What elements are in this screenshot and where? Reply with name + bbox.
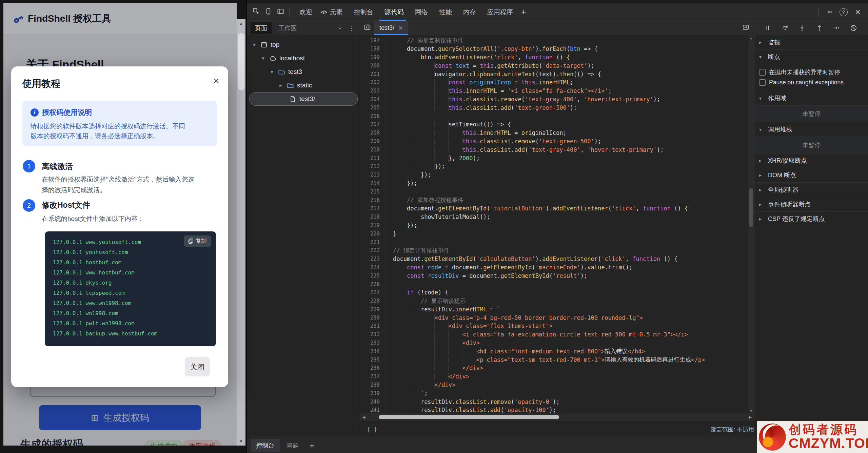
scroll-right-icon[interactable]: ▶ [747, 413, 754, 421]
help-icon[interactable]: ? [837, 6, 850, 18]
kebab-menu-icon[interactable]: ⋮ [348, 24, 355, 32]
scroll-up-icon[interactable]: ▲ [237, 19, 245, 28]
deactivate-breakpoints-button[interactable] [847, 22, 860, 34]
editor-vscroll-thumb[interactable] [749, 188, 753, 227]
tree-item-localhost[interactable]: ▾localhost [247, 52, 360, 65]
section-chevron-icon[interactable]: ▸ [759, 172, 764, 178]
tree-chevron-icon[interactable]: ▾ [260, 55, 266, 61]
editor-horizontal-scrollbar[interactable]: ◀ ▶ [360, 413, 754, 421]
tab-sources[interactable]: 源代码 [377, 3, 408, 21]
step-next-button[interactable] [830, 22, 843, 34]
section-label: 全局侦听器 [768, 186, 798, 194]
code-line: 204 this.classList.remove('text-gray-400… [360, 95, 748, 104]
file-navigator: ▾top▾localhost▾test3▸statictest3/ [247, 35, 360, 438]
close-devtools-icon[interactable]: × [852, 6, 864, 18]
section-chevron-icon[interactable]: ▸ [759, 40, 764, 45]
device-toolbar-button[interactable] [262, 6, 274, 18]
tree-item-test3[interactable]: ▾test3 [247, 65, 360, 79]
drawer-tab-issues[interactable]: 问题 [281, 439, 304, 452]
code-line: 226 [360, 280, 748, 288]
coverage-status: 覆盖范围: 不适用 [711, 426, 754, 433]
editor-vertical-scrollbar[interactable]: ▲ ▼ [748, 35, 754, 413]
devtools-window: 欢迎</>元素控制台源代码网络性能内存应用程序 + ··· ? × 页面 工作区… [246, 0, 868, 453]
section-chevron-icon[interactable]: ▸ [759, 187, 764, 192]
tree-item-top[interactable]: ▾top [247, 38, 360, 52]
tab-console[interactable]: 控制台 [347, 3, 377, 21]
section-xhr-breakpoints[interactable]: ▸XHR/提取断点 [754, 153, 868, 168]
tab-elements[interactable]: </>元素 [316, 3, 347, 21]
watermark-domain: CMZYM.TOP [789, 436, 868, 451]
tab-welcome[interactable]: 欢迎 [292, 3, 316, 21]
line-number: 204 [360, 95, 386, 104]
code-text: // 显示错误提示 [393, 297, 466, 305]
code-line: 222// 绑定计算按钮事件 [360, 246, 748, 255]
step-into-button[interactable] [796, 22, 808, 34]
tree-chevron-icon[interactable]: ▾ [251, 42, 257, 48]
hide-navigator-icon[interactable] [363, 23, 371, 33]
file-tab-test3[interactable]: test3/ × [374, 21, 408, 35]
scroll-down-icon[interactable]: ▼ [748, 408, 754, 413]
code-text: }); [393, 180, 417, 187]
modal-close-button[interactable]: 关闭 [185, 357, 210, 376]
add-panel-button[interactable]: + [517, 3, 530, 21]
tab-network[interactable]: 网络 [408, 3, 432, 21]
tree-item-static[interactable]: ▸static [247, 79, 360, 92]
line-number: 223 [360, 255, 386, 263]
page-scrollbar-thumb[interactable] [238, 33, 244, 90]
modal-close-icon[interactable]: × [213, 75, 219, 86]
tree-item-test3-file[interactable]: test3/ [249, 92, 358, 106]
section-chevron-icon[interactable]: ▾ [759, 127, 764, 132]
checkbox[interactable] [759, 79, 766, 86]
section-csp-violation-breakpoints[interactable]: ▸CSP 违反了规定断点 [754, 212, 868, 226]
navigator-tab-page[interactable]: 页面 [251, 22, 272, 34]
dock-button[interactable] [274, 6, 287, 18]
more-options-icon[interactable]: ··· [823, 6, 835, 18]
page-scrollbar[interactable]: ▲ ▼ [237, 19, 245, 446]
step-over-button[interactable] [779, 22, 791, 34]
scroll-left-icon[interactable]: ◀ [360, 413, 368, 421]
section-scope[interactable]: ▾作用域 [754, 91, 868, 106]
line-number: 210 [360, 145, 386, 154]
file-tab-close-icon[interactable]: × [398, 24, 403, 33]
tree-chevron-icon[interactable]: ▸ [278, 82, 284, 88]
tab-application[interactable]: 应用程序 [480, 3, 517, 21]
code-line: 220} [360, 229, 748, 238]
section-event-listener-breakpoints[interactable]: ▸事件侦听器断点 [754, 197, 868, 212]
pause-button[interactable] [762, 22, 774, 34]
line-number: 209 [360, 137, 386, 146]
tree-chevron-icon[interactable]: ▾ [269, 69, 275, 75]
section-call-stack[interactable]: ▾调用堆栈 [754, 122, 868, 137]
scroll-up-icon[interactable]: ▲ [748, 35, 754, 41]
editor-hscroll-thumb[interactable] [379, 415, 559, 419]
copy-icon [189, 239, 193, 244]
scroll-down-icon[interactable]: ▼ [237, 437, 245, 446]
code-editor[interactable]: 197 // 添加复制按钮事件198 document.querySelecto… [360, 35, 748, 413]
checkbox[interactable] [759, 69, 766, 76]
open-file-panel-icon[interactable] [742, 23, 750, 33]
toolbar-divider [818, 7, 818, 17]
copy-button[interactable]: 复制 [184, 235, 211, 247]
step-out-button[interactable] [813, 22, 825, 34]
checkbox-label: Pause on caught exceptions [769, 79, 844, 86]
tab-label: 控制台 [354, 8, 373, 17]
inspect-button[interactable] [250, 6, 262, 18]
line-number: 237 [360, 372, 386, 381]
section-dom-breakpoints[interactable]: ▸DOM 断点 [754, 168, 868, 183]
drawer-tab-console[interactable]: 控制台 [251, 439, 280, 452]
section-chevron-icon[interactable]: ▾ [759, 54, 764, 60]
section-watch[interactable]: ▸监视 [754, 35, 868, 50]
pretty-print-icon[interactable]: { } [367, 426, 377, 433]
chevron-down-icon[interactable] [337, 25, 343, 32]
section-global-listeners[interactable]: ▸全局侦听器 [754, 183, 868, 197]
section-chevron-icon[interactable]: ▸ [759, 158, 764, 163]
code-line: 225 const resultDiv = document.getElemen… [360, 271, 748, 280]
section-breakpoints[interactable]: ▾断点 [754, 50, 868, 64]
section-chevron-icon[interactable]: ▸ [759, 202, 764, 207]
section-chevron-icon[interactable]: ▾ [759, 96, 764, 101]
navigator-tab-workspace[interactable]: 工作区 [278, 24, 297, 32]
drawer-add-tab-icon[interactable]: + [305, 441, 318, 450]
section-chevron-icon[interactable]: ▸ [759, 216, 764, 222]
cloud-icon [269, 55, 277, 62]
tab-memory[interactable]: 内存 [456, 3, 480, 21]
tab-performance[interactable]: 性能 [432, 3, 456, 21]
